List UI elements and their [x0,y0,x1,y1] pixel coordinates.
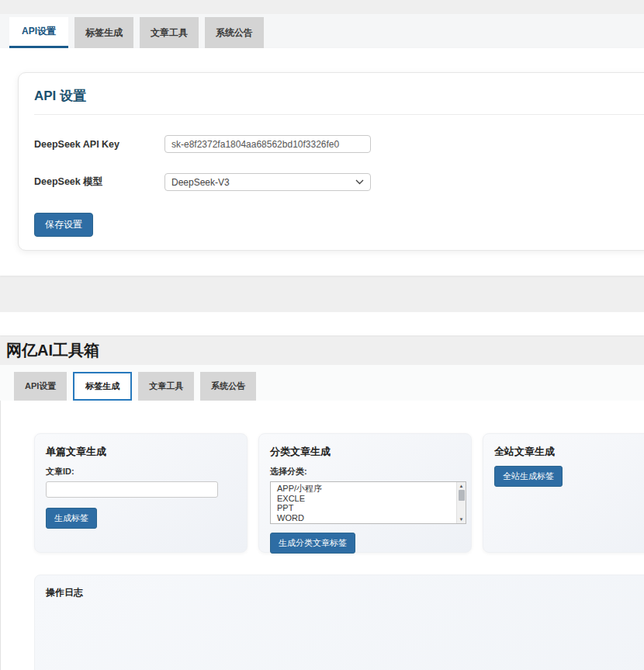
tag-generation-panel: 单篇文章生成 文章ID: 生成标签 分类文章生成 选择分类: APP/小程序 E… [0,401,644,670]
tab-article-tools[interactable]: 文章工具 [140,17,199,48]
operation-log-title: 操作日志 [46,586,644,599]
generate-tags-button[interactable]: 生成标签 [46,508,97,529]
tool-cards-row: 单篇文章生成 文章ID: 生成标签 分类文章生成 选择分类: APP/小程序 E… [34,433,644,553]
page-title: 网亿AI工具箱 [6,340,99,361]
category-options: APP/小程序 EXCLE PPT WORD [271,482,456,523]
toolbox-header: 网亿AI工具箱 [0,335,644,365]
tab-api-settings[interactable]: API设置 [9,17,68,48]
single-article-title: 单篇文章生成 [46,445,236,459]
category-option[interactable]: EXCLE [271,494,456,504]
api-settings-panel: API 设置 DeepSeek API Key DeepSeek 模型 Deep… [0,48,644,276]
model-row: DeepSeek 模型 DeepSeek-V3 [34,173,644,191]
model-label: DeepSeek 模型 [34,175,164,189]
model-select-value: DeepSeek-V3 [171,177,230,188]
site-article-card: 全站文章生成 全站生成标签 [483,433,644,553]
tab-tag-generation[interactable]: 标签生成 [74,17,133,48]
api-card-title: API 设置 [34,87,644,115]
category-option[interactable]: APP/小程序 [271,484,456,494]
api-settings-card: API 设置 DeepSeek API Key DeepSeek 模型 Deep… [18,72,644,251]
category-option[interactable]: PPT [271,503,456,513]
save-settings-button[interactable]: 保存设置 [34,213,93,237]
generate-category-tags-button[interactable]: 生成分类文章标签 [270,533,355,554]
category-article-title: 分类文章生成 [270,445,460,459]
chevron-down-icon [355,179,364,185]
toolbox-tab-bar: API设置 标签生成 文章工具 系统公告 [0,365,644,401]
category-article-card: 分类文章生成 选择分类: APP/小程序 EXCLE PPT WORD ▲ ▼ … [258,433,472,553]
api-key-input[interactable] [164,135,371,153]
single-article-card: 单篇文章生成 文章ID: 生成标签 [34,433,248,553]
api-key-row: DeepSeek API Key [34,135,644,153]
page-gap [0,276,644,312]
operation-log-card: 操作日志 [34,575,644,670]
scroll-down-icon[interactable]: ▼ [457,516,466,523]
toolbox-tab-article-tools[interactable]: 文章工具 [138,372,194,401]
toolbox-tab-tag-generation[interactable]: 标签生成 [73,372,132,401]
article-id-label: 文章ID: [46,466,236,477]
toolbox-tab-system-notice[interactable]: 系统公告 [200,372,256,401]
model-select[interactable]: DeepSeek-V3 [164,173,371,191]
category-multiselect[interactable]: APP/小程序 EXCLE PPT WORD ▲ ▼ [270,481,466,524]
site-article-title: 全站文章生成 [494,445,644,459]
select-category-label: 选择分类: [270,466,460,477]
listbox-scrollbar[interactable]: ▲ ▼ [456,482,466,523]
generate-site-tags-button[interactable]: 全站生成标签 [494,466,563,487]
divider-band [0,312,644,335]
scrollbar-thumb[interactable] [459,490,465,501]
tab-system-notice[interactable]: 系统公告 [205,17,264,48]
top-tab-bar: API设置 标签生成 文章工具 系统公告 [0,14,644,48]
api-key-label: DeepSeek API Key [34,139,164,150]
category-option[interactable]: WORD [271,513,456,523]
toolbox-tab-api-settings[interactable]: API设置 [14,372,67,401]
scroll-up-icon[interactable]: ▲ [457,482,466,490]
article-id-input[interactable] [46,481,218,498]
